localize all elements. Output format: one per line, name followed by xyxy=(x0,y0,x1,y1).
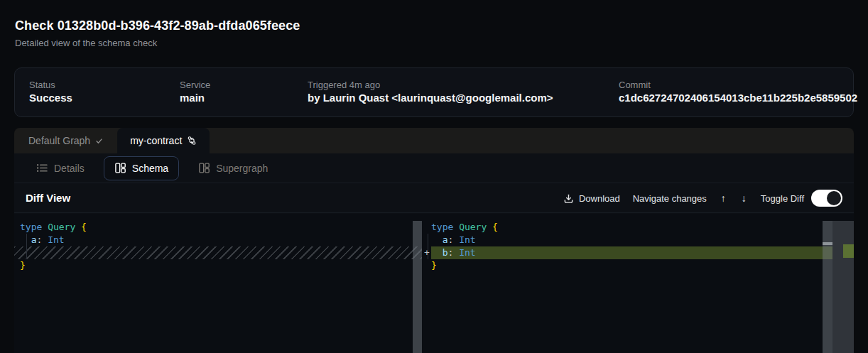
toggle-diff-group: Toggle Diff xyxy=(761,190,842,207)
indent-guide xyxy=(26,234,27,259)
layout-panels-icon xyxy=(198,162,210,174)
diff-overview-ruler[interactable] xyxy=(832,221,854,353)
scrollbar-change-tick xyxy=(823,242,832,245)
code-line: type Query { xyxy=(431,221,854,234)
git-compare-icon xyxy=(187,136,197,146)
toggle-diff-label: Toggle Diff xyxy=(761,193,804,204)
check-icon xyxy=(95,137,103,145)
diff-actions: Download Navigate changes ↑ ↓ Toggle Dif… xyxy=(563,183,842,213)
tab-my-contract-label: my-contract xyxy=(130,135,182,146)
download-button[interactable]: Download xyxy=(563,193,620,204)
graph-tabstrip: Default Graph my-contract xyxy=(14,128,854,153)
status-label: Status xyxy=(29,80,55,90)
schema-check-page: Check 01328b0d-b396-43f2-89ab-dfda065fee… xyxy=(0,0,868,353)
diff-pane-after[interactable]: type Query { a: Int b: Int} + xyxy=(423,214,854,353)
diff-toolbar: Diff View Download Navigate changes ↑ ↓ … xyxy=(14,183,854,213)
schema-diff-editor: type Query { a: Int} type Query { a: Int… xyxy=(14,214,854,353)
check-detail-panel: Details Schema xyxy=(14,153,854,353)
navigate-changes-label: Navigate changes xyxy=(633,193,707,204)
tab-schema-label: Schema xyxy=(132,163,168,174)
download-label: Download xyxy=(579,193,620,204)
added-line-plus-marker: + xyxy=(423,246,431,259)
check-summary-card: Status Success Service main Triggered 4m… xyxy=(14,67,854,117)
diff-pane-before[interactable]: type Query { a: Int} xyxy=(14,214,422,353)
triggered-value: by Laurin Quast <laurinquast@googlemail.… xyxy=(308,92,553,104)
commit-label: Commit xyxy=(619,80,651,90)
previous-change-button[interactable]: ↑ xyxy=(720,192,727,204)
commit-value: c1dc62724702406154013cbe11b225b2e5859502 xyxy=(619,92,857,104)
switch-knob xyxy=(827,191,841,205)
code-line: } xyxy=(431,259,854,272)
tab-my-contract[interactable]: my-contract xyxy=(117,128,210,153)
tab-details[interactable]: Details xyxy=(26,156,95,180)
added-line-ruler-marker xyxy=(843,244,854,258)
tab-supergraph-label: Supergraph xyxy=(216,163,268,174)
service-value: main xyxy=(180,92,205,104)
layout-panels-icon xyxy=(114,162,126,174)
tab-schema[interactable]: Schema xyxy=(104,156,179,180)
list-icon xyxy=(36,162,48,174)
code-lines-after: type Query { a: Int b: Int} xyxy=(423,221,854,272)
right-scrollbar[interactable] xyxy=(823,221,832,353)
diff-view-heading: Diff View xyxy=(26,192,70,204)
code-line: a: Int xyxy=(14,234,422,246)
status-value: Success xyxy=(29,92,72,104)
tab-supergraph[interactable]: Supergraph xyxy=(188,156,278,180)
code-line: type Query { xyxy=(14,221,422,234)
view-tabs: Details Schema xyxy=(14,153,854,183)
page-title: Check 01328b0d-b396-43f2-89ab-dfda065fee… xyxy=(15,18,300,33)
service-label: Service xyxy=(180,80,210,90)
triggered-label: Triggered 4m ago xyxy=(308,80,380,90)
tab-default-graph-label: Default Graph xyxy=(28,135,90,146)
tab-default-graph[interactable]: Default Graph xyxy=(14,128,117,153)
tab-details-label: Details xyxy=(54,163,85,174)
code-lines-before: type Query { a: Int} xyxy=(14,221,422,272)
code-line: } xyxy=(14,259,422,272)
code-line: b: Int xyxy=(431,246,854,259)
code-line: a: Int xyxy=(431,234,854,246)
toggle-diff-switch[interactable] xyxy=(811,190,842,207)
page-subtitle: Detailed view of the schema check xyxy=(15,38,157,48)
next-change-button[interactable]: ↓ xyxy=(740,192,748,204)
download-icon xyxy=(563,193,574,204)
left-scrollbar[interactable] xyxy=(413,221,422,353)
code-line xyxy=(14,246,422,259)
